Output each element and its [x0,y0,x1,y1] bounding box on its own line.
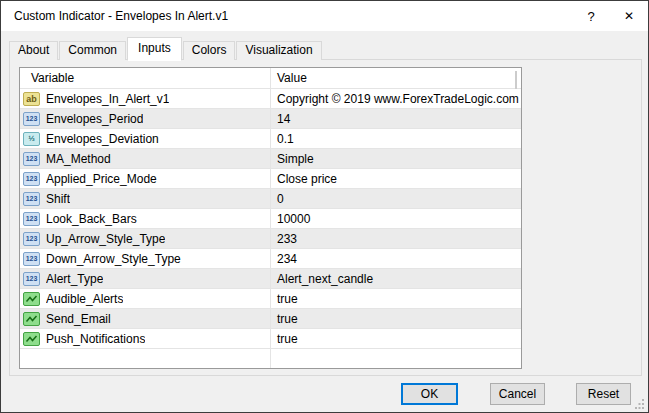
column-divider [270,68,271,368]
variable-cell: Send_Email [20,312,270,326]
variable-name: Alert_Type [46,272,103,286]
tab-strip: AboutCommonInputsColorsVisualization [9,36,323,60]
variable-value[interactable]: 10000 [270,212,521,226]
variable-name: Up_Arrow_Style_Type [46,232,165,246]
variable-cell: abEnvelopes_In_Alert_v1 [20,92,270,106]
variable-name: Envelopes_Period [46,112,143,126]
tab-visualization[interactable]: Visualization [236,41,321,60]
variable-cell: 123Shift [20,192,270,206]
variable-value[interactable]: Simple [270,152,521,166]
tab-colors[interactable]: Colors [183,41,236,60]
cancel-button[interactable]: Cancel [490,383,545,405]
variable-value[interactable]: 0 [270,192,521,206]
integer-type-icon: 123 [23,272,40,286]
variable-value[interactable]: true [270,292,521,306]
variable-cell: ½Envelopes_Deviation [20,132,270,146]
integer-type-icon: 123 [23,172,40,186]
variable-cell: 123Look_Back_Bars [20,212,270,226]
variable-value[interactable]: 234 [270,252,521,266]
integer-type-icon: 123 [23,192,40,206]
variable-cell: 123Envelopes_Period [20,112,270,126]
parameters-table: Variable Value abEnvelopes_In_Alert_v1Co… [19,67,522,369]
string-type-icon: ab [23,92,40,106]
variable-cell: 123MA_Method [20,152,270,166]
variable-value[interactable]: true [270,312,521,326]
variable-name: MA_Method [46,152,111,166]
boolean-type-icon [23,292,40,306]
window-title: Custom Indicator - Envelopes In Alert.v1 [1,9,228,23]
integer-type-icon: 123 [23,212,40,226]
integer-type-icon: 123 [23,152,40,166]
integer-type-icon: 123 [23,112,40,126]
boolean-type-icon [23,312,40,326]
boolean-type-icon [23,332,40,346]
help-button[interactable]: ? [572,1,610,31]
variable-cell: 123Up_Arrow_Style_Type [20,232,270,246]
integer-type-icon: 123 [23,252,40,266]
variable-cell: 123Applied_Price_Mode [20,172,270,186]
tab-about[interactable]: About [9,41,58,60]
variable-name: Shift [46,192,70,206]
close-button[interactable]: ✕ [610,1,648,31]
integer-type-icon: 123 [23,232,40,246]
scrollbar[interactable] [515,71,517,89]
ok-button[interactable]: OK [401,383,458,405]
variable-value[interactable]: 14 [270,112,521,126]
variable-cell: 123Down_Arrow_Style_Type [20,252,270,266]
variable-value[interactable]: Alert_next_candle [270,272,521,286]
variable-value[interactable]: 233 [270,232,521,246]
variable-value[interactable]: true [270,332,521,346]
column-header-variable: Variable [20,71,270,85]
custom-indicator-dialog: Custom Indicator - Envelopes In Alert.v1… [0,0,649,413]
variable-name: Applied_Price_Mode [46,172,157,186]
variable-value[interactable]: Close price [270,172,521,186]
variable-value[interactable]: Copyright © 2019 www.ForexTradeLogic.com [270,92,521,106]
variable-name: Send_Email [46,312,111,326]
double-type-icon: ½ [23,132,40,146]
tab-inputs[interactable]: Inputs [127,37,182,61]
reset-button[interactable]: Reset [576,383,631,405]
resize-grip[interactable] [635,399,645,409]
titlebar-buttons: ? ✕ [572,1,648,31]
variable-cell: Audible_Alerts [20,292,270,306]
tab-common[interactable]: Common [59,41,126,60]
variable-name: Audible_Alerts [46,292,123,306]
variable-name: Look_Back_Bars [46,212,137,226]
title-bar[interactable]: Custom Indicator - Envelopes In Alert.v1… [1,1,648,31]
variable-value[interactable]: 0.1 [270,132,521,146]
variable-cell: Push_Notifications [20,332,270,346]
variable-cell: 123Alert_Type [20,272,270,286]
variable-name: Push_Notifications [46,332,145,346]
variable-name: Envelopes_In_Alert_v1 [46,92,169,106]
variable-name: Down_Arrow_Style_Type [46,252,181,266]
column-header-value: Value [270,71,521,85]
variable-name: Envelopes_Deviation [46,132,159,146]
